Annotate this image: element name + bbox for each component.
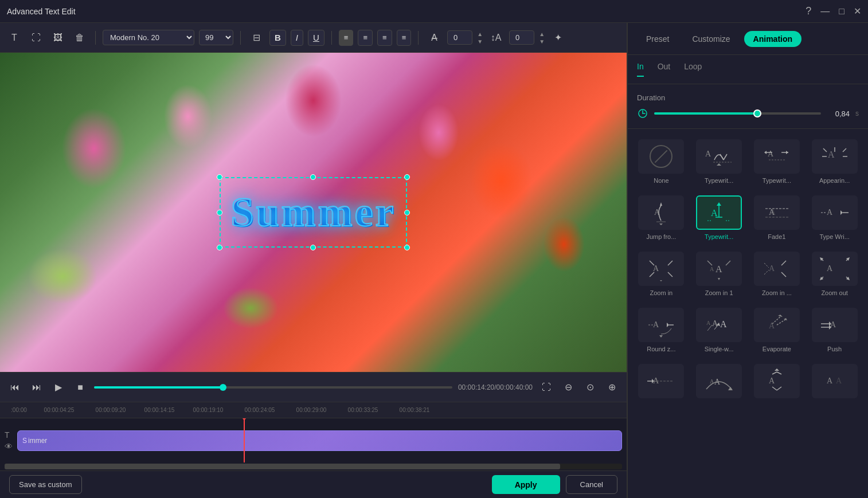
handle-tr[interactable] — [404, 174, 410, 180]
line-height-icon[interactable]: ↕A — [487, 29, 505, 46]
anim-zoomout[interactable]: A Zoom out — [808, 248, 861, 300]
ruler-mark: 00:00:38:21 — [389, 407, 440, 413]
svg-marker-5 — [717, 163, 721, 166]
maximize-button[interactable]: □ — [839, 6, 844, 17]
timeline-clip[interactable]: S immer — [17, 430, 622, 451]
anim-typewrite4[interactable]: A Type Wri... — [808, 192, 861, 244]
help-button[interactable]: ? — [806, 5, 811, 17]
go-start-button[interactable]: ⏮ — [7, 379, 23, 395]
ruler-mark: 00:00:24:05 — [234, 407, 286, 413]
image-icon[interactable]: 🖼 — [49, 29, 67, 46]
minimize-button[interactable]: — — [820, 6, 830, 17]
clock-icon — [638, 108, 648, 119]
bold-button[interactable]: B — [269, 30, 286, 46]
ruler-mark: 00:00:19:10 — [182, 407, 234, 413]
right-panel: Preset Customize Animation In Out Loop D… — [627, 23, 868, 498]
anim-jumpfrom[interactable]: A Jump fro... — [635, 192, 688, 244]
anim-none[interactable]: None — [635, 136, 688, 187]
stop-button[interactable]: ■ — [72, 379, 88, 395]
zoom-dot-button[interactable]: ⊙ — [582, 379, 598, 395]
anim-fade1[interactable]: A A Fade1 — [750, 192, 804, 244]
svg-text:A: A — [715, 264, 722, 274]
clip-label: S — [22, 437, 27, 445]
tab-animation[interactable]: Animation — [744, 31, 801, 47]
step-back-button[interactable]: ⏭ — [29, 379, 45, 395]
text-tool-icon[interactable]: T — [6, 29, 23, 46]
align-justify-button[interactable]: ≡ — [397, 30, 412, 46]
anim-label-zoomin1: Zoom in 1 — [705, 289, 733, 296]
handle-mr[interactable] — [404, 210, 410, 215]
sub-tab-loop[interactable]: Loop — [684, 62, 702, 77]
anim-row5-4[interactable]: A A — [808, 360, 861, 405]
tab-customize[interactable]: Customize — [683, 31, 739, 47]
apply-button[interactable]: Apply — [492, 475, 560, 494]
ruler-mark: 00:00:14:15 — [136, 407, 182, 413]
handle-ml[interactable] — [217, 210, 222, 215]
playhead[interactable] — [244, 418, 245, 462]
anim-row5-3[interactable]: A — [750, 360, 804, 405]
style-icon[interactable]: ✦ — [549, 29, 566, 46]
zoom-out-button[interactable]: ⊖ — [560, 379, 576, 395]
scrollbar-thumb[interactable] — [5, 464, 560, 469]
anim-typewrite2[interactable]: A Typewrit... — [750, 136, 804, 187]
svg-text:A: A — [711, 208, 718, 218]
anim-zoomin[interactable]: A Zoom in — [635, 248, 688, 300]
spacing-up[interactable]: ▲ — [477, 31, 483, 37]
transform-icon[interactable]: ⛶ — [28, 29, 45, 46]
anim-typewrite3[interactable]: A Typewrit... — [693, 192, 746, 244]
svg-line-32 — [650, 272, 654, 277]
duration-slider[interactable] — [654, 112, 821, 115]
anim-zoomin1[interactable]: A A Zoom in 1 — [693, 248, 746, 300]
anim-label-evaporate: Evaporate — [763, 346, 791, 352]
anim-push[interactable]: A Push — [808, 304, 861, 356]
fullscreen-button[interactable]: ⛶ — [538, 379, 554, 395]
sub-tab-out[interactable]: Out — [658, 62, 671, 77]
typewrite1-icon: A — [703, 144, 735, 169]
anim-label-typewrite4: Type Wri... — [819, 233, 849, 240]
zoom-in-button[interactable]: ⊕ — [604, 379, 620, 395]
sub-tab-in[interactable]: In — [637, 62, 644, 77]
duration-label: Duration — [637, 93, 859, 102]
lineheight-down[interactable]: ▼ — [539, 38, 545, 45]
spacing-down[interactable]: ▼ — [477, 38, 483, 45]
anim-row5-2[interactable]: A A — [693, 360, 746, 405]
ruler-mark: 00:00:04:25 — [33, 407, 85, 413]
anim-singlew[interactable]: A A A Single-w... — [693, 304, 746, 356]
anim-row5-1[interactable]: A — [635, 360, 688, 405]
svg-marker-7 — [764, 151, 767, 154]
font-spacing-icon[interactable]: ⊟ — [248, 29, 265, 46]
anim-roundz[interactable]: A Round z... — [635, 304, 688, 356]
italic-button[interactable]: I — [291, 30, 303, 46]
lineheight-up[interactable]: ▲ — [539, 31, 545, 37]
save-as-custom-button[interactable]: Save as custom — [9, 475, 82, 494]
progress-thumb[interactable] — [220, 384, 226, 391]
align-left-button[interactable]: ≡ — [339, 30, 354, 46]
handle-bc[interactable] — [310, 245, 316, 250]
play-button[interactable]: ▶ — [50, 379, 67, 395]
font-size-select[interactable]: 99 — [199, 30, 233, 45]
align-right-button[interactable]: ≡ — [377, 30, 392, 46]
handle-bl[interactable] — [217, 245, 222, 250]
align-center-button[interactable]: ≡ — [358, 30, 373, 46]
cancel-button[interactable]: Cancel — [566, 475, 617, 494]
handle-tc[interactable] — [310, 174, 316, 180]
anim-evaporate[interactable]: A Evaporate — [750, 304, 804, 356]
letter-spacing-input[interactable] — [447, 30, 472, 45]
duration-thumb[interactable] — [753, 109, 761, 117]
timeline-scrollbar[interactable] — [5, 464, 622, 469]
handle-br[interactable] — [404, 245, 410, 250]
anim-typewrite1[interactable]: A Typewrit... — [693, 136, 746, 187]
line-height-input[interactable] — [509, 30, 534, 45]
tab-preset[interactable]: Preset — [637, 31, 678, 47]
handle-tl[interactable] — [217, 174, 222, 180]
svg-line-79 — [772, 372, 777, 374]
title-bar: Advanced Text Edit ? — □ ✕ — [0, 0, 868, 23]
progress-bar[interactable] — [94, 386, 452, 389]
anim-appearing[interactable]: A Appearin... — [808, 136, 861, 187]
strikethrough-icon[interactable]: A̶ — [425, 29, 443, 46]
underline-button[interactable]: U — [308, 30, 324, 46]
close-button[interactable]: ✕ — [854, 6, 861, 17]
delete-icon[interactable]: 🗑 — [71, 29, 88, 46]
font-family-select[interactable]: Modern No. 20 — [103, 30, 194, 45]
anim-zoominmore[interactable]: A Zoom in ... — [750, 248, 804, 300]
